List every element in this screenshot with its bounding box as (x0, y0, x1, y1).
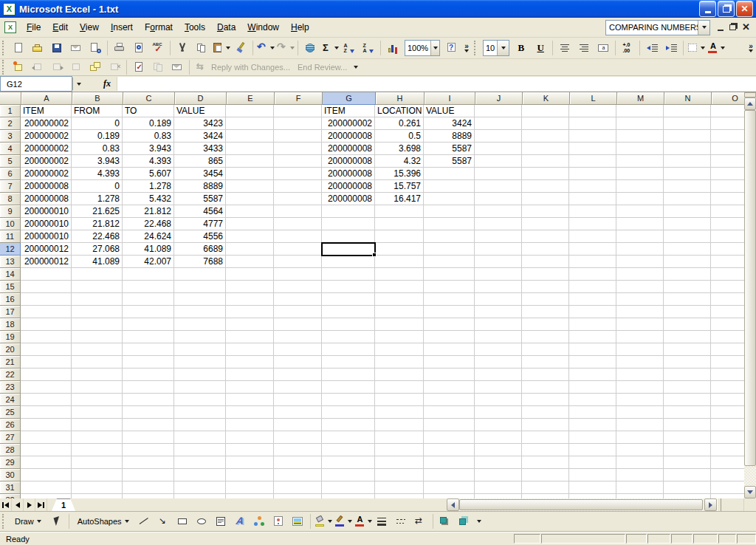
menu-file[interactable]: File (21, 20, 47, 35)
cell-K7[interactable] (522, 180, 569, 193)
cell-A16[interactable] (21, 293, 72, 306)
cell-J10[interactable] (475, 218, 522, 230)
row-header-26[interactable]: 26 (0, 419, 21, 431)
cell-F20[interactable] (274, 343, 322, 356)
cell-C27[interactable] (123, 431, 174, 444)
cell-A18[interactable] (21, 318, 72, 331)
row-header-4[interactable]: 4 (0, 143, 21, 155)
cell-I12[interactable] (424, 243, 475, 256)
redo-icon[interactable] (275, 38, 295, 58)
cell-E6[interactable] (226, 168, 274, 180)
cell-D25[interactable] (174, 406, 226, 419)
workbook-restore-button[interactable] (729, 24, 736, 30)
cell-G28[interactable] (322, 444, 375, 456)
next-sheet-button[interactable] (24, 498, 35, 511)
cell-A7[interactable]: 200000008 (21, 180, 72, 193)
cell-I15[interactable] (424, 281, 475, 293)
cell-O4[interactable] (711, 143, 744, 155)
cell-D11[interactable]: 4556 (174, 230, 226, 243)
cell-H12[interactable] (375, 243, 424, 256)
cell-O27[interactable] (711, 431, 744, 444)
cell-L23[interactable] (569, 381, 616, 394)
cell-H2[interactable]: 0.261 (375, 117, 424, 130)
cell-O21[interactable] (711, 356, 744, 369)
cell-H28[interactable] (375, 444, 424, 456)
cell-B14[interactable] (72, 268, 123, 281)
cell-E5[interactable] (226, 155, 274, 168)
diagram-icon[interactable] (250, 512, 269, 531)
cell-F17[interactable] (274, 306, 322, 318)
vertical-split-handle[interactable] (744, 92, 756, 97)
menu-window[interactable]: Window (241, 20, 285, 35)
cell-F11[interactable] (274, 230, 322, 243)
cell-C11[interactable]: 24.624 (123, 230, 174, 243)
cell-F28[interactable] (274, 444, 322, 456)
align-right-icon[interactable] (574, 38, 594, 58)
cell-M5[interactable] (616, 155, 664, 168)
cell-J14[interactable] (475, 268, 522, 281)
cell-F5[interactable] (274, 155, 322, 168)
cell-D4[interactable]: 3433 (174, 143, 226, 155)
cell-J24[interactable] (475, 394, 522, 406)
cell-B3[interactable]: 0.189 (72, 130, 123, 143)
cell-G8[interactable]: 200000008 (322, 193, 375, 205)
row-header-2[interactable]: 2 (0, 117, 21, 130)
cell-D7[interactable]: 8889 (174, 180, 226, 193)
cell-C19[interactable] (123, 331, 174, 343)
cell-A4[interactable]: 200000002 (21, 143, 72, 155)
cell-B10[interactable]: 21.812 (72, 218, 123, 230)
cell-J6[interactable] (475, 168, 522, 180)
cell-C7[interactable]: 1.278 (123, 180, 174, 193)
cell-F7[interactable] (274, 180, 322, 193)
cell-N18[interactable] (664, 318, 711, 331)
update-file-icon[interactable] (129, 58, 148, 77)
first-sheet-button[interactable] (0, 498, 12, 511)
column-header-A[interactable]: A (21, 92, 72, 105)
cell-A1[interactable]: ITEM (21, 105, 72, 117)
cell-H8[interactable]: 16.417 (375, 193, 424, 205)
email-icon[interactable] (66, 38, 86, 58)
row-header-6[interactable]: 6 (0, 168, 21, 180)
cell-D28[interactable] (174, 444, 226, 456)
cell-C10[interactable]: 22.468 (123, 218, 174, 230)
open-icon[interactable] (28, 38, 47, 58)
cell-I27[interactable] (424, 431, 475, 444)
cell-A19[interactable] (21, 331, 72, 343)
cell-G17[interactable] (322, 306, 375, 318)
merge-center-icon[interactable] (594, 38, 613, 58)
cell-M13[interactable] (616, 256, 664, 268)
cell-N14[interactable] (664, 268, 711, 281)
row-header-25[interactable]: 25 (0, 406, 21, 419)
cell-O26[interactable] (711, 419, 744, 431)
end-review-button[interactable]: End Review... (294, 61, 351, 73)
cell-L21[interactable] (569, 356, 616, 369)
cell-H20[interactable] (375, 343, 424, 356)
cell-K15[interactable] (522, 281, 569, 293)
cell-M28[interactable] (616, 444, 664, 456)
cell-A27[interactable] (21, 431, 72, 444)
row-header-32[interactable]: 32 (0, 494, 21, 498)
cell-M14[interactable] (616, 268, 664, 281)
cell-A21[interactable] (21, 356, 72, 369)
name-box[interactable]: G12 (0, 76, 72, 92)
row-header-23[interactable]: 23 (0, 381, 21, 394)
cell-L1[interactable] (569, 105, 616, 117)
cell-L32[interactable] (569, 494, 616, 498)
cell-E14[interactable] (226, 268, 274, 281)
cell-G25[interactable] (322, 406, 375, 419)
cell-G16[interactable] (322, 293, 375, 306)
cell-B22[interactable] (72, 369, 123, 381)
cell-A3[interactable]: 200000002 (21, 130, 72, 143)
row-header-18[interactable]: 18 (0, 318, 21, 331)
cell-G18[interactable] (322, 318, 375, 331)
cell-L22[interactable] (569, 369, 616, 381)
row-header-30[interactable]: 30 (0, 469, 21, 481)
cell-M29[interactable] (616, 456, 664, 469)
cell-E7[interactable] (226, 180, 274, 193)
cell-J3[interactable] (475, 130, 522, 143)
cell-E13[interactable] (226, 256, 274, 268)
cell-N6[interactable] (664, 168, 711, 180)
cell-I16[interactable] (424, 293, 475, 306)
cell-H25[interactable] (375, 406, 424, 419)
cell-H18[interactable] (375, 318, 424, 331)
